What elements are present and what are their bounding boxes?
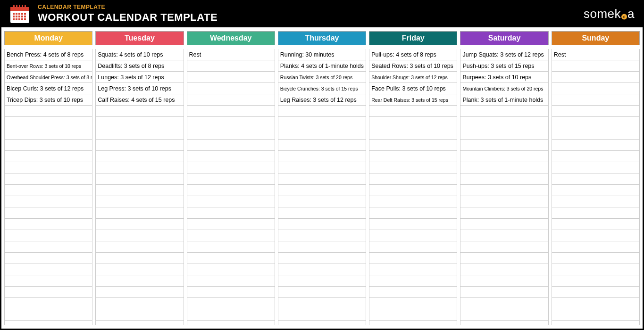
workout-cell[interactable] [187, 94, 275, 106]
workout-cell[interactable] [187, 207, 275, 219]
workout-cell[interactable] [5, 117, 92, 128]
workout-cell[interactable] [5, 173, 92, 185]
workout-cell[interactable] [5, 253, 92, 264]
workout-cell[interactable] [278, 173, 366, 185]
workout-cell[interactable] [460, 275, 548, 287]
workout-cell[interactable] [5, 241, 92, 253]
workout-cell[interactable] [552, 275, 639, 287]
workout-cell[interactable] [552, 196, 639, 207]
workout-cell[interactable] [460, 151, 548, 162]
workout-cell[interactable] [552, 253, 639, 264]
workout-cell[interactable] [460, 106, 548, 117]
workout-cell[interactable] [96, 230, 183, 241]
workout-cell[interactable] [187, 83, 275, 94]
workout-cell[interactable] [552, 264, 639, 275]
workout-cell[interactable]: Rear Delt Raises: 3 sets of 15 reps [369, 94, 457, 106]
workout-cell[interactable] [187, 60, 275, 72]
workout-cell[interactable] [96, 287, 183, 298]
workout-cell[interactable] [187, 106, 275, 117]
workout-cell[interactable] [187, 253, 275, 264]
workout-cell[interactable] [187, 128, 275, 140]
workout-cell[interactable]: Seated Rows: 3 sets of 10 reps [369, 60, 457, 72]
workout-cell[interactable] [460, 140, 548, 151]
workout-cell[interactable] [278, 196, 366, 207]
workout-cell[interactable] [460, 230, 548, 241]
workout-cell[interactable] [552, 128, 639, 140]
workout-cell[interactable] [369, 151, 457, 162]
workout-cell[interactable] [187, 72, 275, 83]
workout-cell[interactable] [187, 219, 275, 230]
workout-cell[interactable] [278, 219, 366, 230]
workout-cell[interactable] [278, 230, 366, 241]
workout-cell[interactable] [552, 309, 639, 321]
workout-cell[interactable] [5, 230, 92, 241]
workout-cell[interactable]: Face Pulls: 3 sets of 10 reps [369, 83, 457, 94]
workout-cell[interactable] [460, 173, 548, 185]
workout-cell[interactable] [460, 207, 548, 219]
workout-cell[interactable] [278, 275, 366, 287]
workout-cell[interactable] [187, 309, 275, 321]
workout-cell[interactable] [460, 253, 548, 264]
workout-cell[interactable] [278, 298, 366, 309]
workout-cell[interactable] [96, 117, 183, 128]
workout-cell[interactable] [187, 173, 275, 185]
workout-cell[interactable]: Burpees: 3 sets of 10 reps [460, 72, 548, 83]
workout-cell[interactable] [278, 264, 366, 275]
workout-cell[interactable] [96, 106, 183, 117]
workout-cell[interactable] [278, 162, 366, 173]
workout-cell[interactable]: Shoulder Shrugs: 3 sets of 12 reps [369, 72, 457, 83]
workout-cell[interactable] [369, 230, 457, 241]
workout-cell[interactable]: Lunges: 3 sets of 12 reps [96, 72, 183, 83]
workout-cell[interactable] [552, 83, 639, 94]
workout-cell[interactable] [369, 275, 457, 287]
workout-cell[interactable] [369, 140, 457, 151]
workout-cell[interactable] [552, 117, 639, 128]
workout-cell[interactable] [369, 253, 457, 264]
workout-cell[interactable] [96, 275, 183, 287]
workout-cell[interactable]: Jump Squats: 3 sets of 12 reps [460, 49, 548, 60]
workout-cell[interactable] [552, 173, 639, 185]
workout-cell[interactable] [96, 264, 183, 275]
workout-cell[interactable] [460, 264, 548, 275]
workout-cell[interactable] [96, 162, 183, 173]
workout-cell[interactable] [278, 241, 366, 253]
workout-cell[interactable] [96, 253, 183, 264]
workout-cell[interactable] [369, 106, 457, 117]
workout-cell[interactable] [187, 230, 275, 241]
workout-cell[interactable] [187, 275, 275, 287]
workout-cell[interactable] [96, 241, 183, 253]
workout-cell[interactable]: Overhead Shoulder Press: 3 sets of 8 rep… [5, 72, 92, 83]
workout-cell[interactable] [187, 264, 275, 275]
workout-cell[interactable] [369, 298, 457, 309]
workout-cell[interactable] [5, 128, 92, 140]
workout-cell[interactable] [96, 173, 183, 185]
workout-cell[interactable] [460, 128, 548, 140]
workout-cell[interactable] [369, 207, 457, 219]
workout-cell[interactable] [5, 309, 92, 321]
workout-cell[interactable] [552, 151, 639, 162]
workout-cell[interactable] [278, 309, 366, 321]
workout-cell[interactable] [5, 287, 92, 298]
workout-cell[interactable] [460, 117, 548, 128]
workout-cell[interactable] [552, 94, 639, 106]
workout-cell[interactable] [552, 185, 639, 196]
workout-cell[interactable] [5, 275, 92, 287]
workout-cell[interactable]: Bench Press: 4 sets of 8 reps [5, 49, 92, 60]
workout-cell[interactable] [187, 140, 275, 151]
workout-cell[interactable] [187, 185, 275, 196]
workout-cell[interactable] [5, 106, 92, 117]
workout-cell[interactable] [5, 264, 92, 275]
workout-cell[interactable] [5, 298, 92, 309]
workout-cell[interactable]: Mountain Climbers: 3 sets of 20 reps [460, 83, 548, 94]
workout-cell[interactable] [460, 287, 548, 298]
workout-cell[interactable] [552, 287, 639, 298]
workout-cell[interactable]: Push-ups: 3 sets of 15 reps [460, 60, 548, 72]
workout-cell[interactable] [96, 309, 183, 321]
workout-cell[interactable] [96, 128, 183, 140]
workout-cell[interactable]: Deadlifts: 3 sets of 8 reps [96, 60, 183, 72]
workout-cell[interactable] [369, 162, 457, 173]
workout-cell[interactable] [369, 196, 457, 207]
workout-cell[interactable] [460, 241, 548, 253]
workout-cell[interactable] [187, 117, 275, 128]
workout-cell[interactable] [369, 241, 457, 253]
